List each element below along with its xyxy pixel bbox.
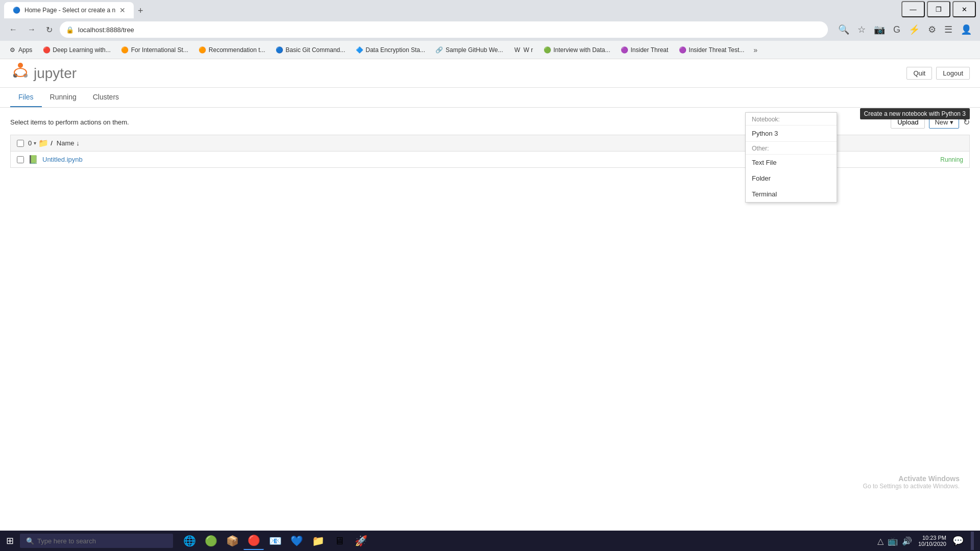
svg-point-0 [18, 63, 23, 68]
svg-point-3 [14, 68, 27, 77]
tab-bar: 🔵 Home Page - Select or create a n ✕ + [4, 0, 148, 18]
python3-option[interactable]: Python 3 [746, 126, 837, 141]
taskbar-store[interactable]: 📦 [222, 532, 242, 550]
more-bookmarks-button[interactable]: » [750, 44, 761, 56]
taskbar-chrome[interactable]: 🔴 [243, 532, 264, 550]
minimize-button[interactable]: — [901, 1, 925, 17]
bookmark-insider[interactable]: 🟣 Insider Threat [617, 44, 673, 56]
taskbar-clock[interactable]: 10:23 PM 10/10/2020 [918, 535, 946, 547]
header-buttons: Quit Logout [906, 67, 970, 80]
bookmark-insider-label: Insider Threat [631, 46, 669, 54]
clock-date: 10/10/2020 [918, 541, 946, 547]
recommendation-favicon: 🟠 [199, 46, 207, 54]
notification-button[interactable]: 💬 [952, 535, 964, 546]
breadcrumb: 0 ▾ 📁 / [28, 138, 53, 148]
bookmarks-bar: ⚙ Apps 🔴 Deep Learning with... 🟠 For Int… [0, 41, 980, 59]
maximize-button[interactable]: ❐ [927, 1, 950, 17]
tray-chevron[interactable]: △ [877, 536, 884, 546]
lock-icon: 🔒 [66, 26, 74, 34]
w-favicon: W [513, 46, 521, 54]
profile-icon[interactable]: 👤 [959, 22, 974, 37]
terminal-option[interactable]: Terminal [746, 186, 837, 202]
international-favicon: 🟠 [121, 46, 129, 54]
deeplearning-favicon: 🔴 [42, 46, 51, 54]
current-path: / [51, 139, 53, 147]
window-controls: — ❐ ✕ [901, 1, 976, 17]
bookmark-apps-label: Apps [18, 46, 32, 54]
bookmark-interview[interactable]: 🟢 Interview with Data... [539, 44, 614, 56]
jupyter-content: jupyter Quit Logout Files Running Cluste… [0, 59, 980, 531]
bookmark-recommendation[interactable]: 🟠 Recommendation t... [194, 44, 270, 56]
jupyter-header: jupyter Quit Logout [0, 59, 980, 88]
search-input[interactable] [37, 537, 167, 545]
bookmark-github[interactable]: 🔗 Sample GitHub We... [431, 44, 507, 56]
bookmark-apps[interactable]: ⚙ Apps [4, 44, 36, 56]
bookmark-deeplearning[interactable]: 🔴 Deep Learning with... [38, 44, 114, 56]
screenshot-icon[interactable]: 📷 [872, 22, 887, 37]
start-button[interactable]: ⊞ [2, 533, 18, 548]
title-bar: 🔵 Home Page - Select or create a n ✕ + —… [0, 0, 980, 18]
taskbar-files[interactable]: 📁 [308, 532, 328, 550]
folder-icon: 📁 [38, 138, 48, 148]
other-section-label: Other: [746, 141, 837, 155]
back-button[interactable]: ← [6, 23, 20, 36]
tab-favicon: 🔵 [12, 6, 20, 14]
interview-favicon: 🟢 [543, 46, 551, 54]
refresh-button[interactable]: ↻ [43, 23, 56, 37]
taskbar-terminal[interactable]: 🖥 [329, 532, 350, 550]
bookmark-insider-test[interactable]: 🟣 Insider Threat Test... [674, 44, 748, 56]
search-icon[interactable]: 🔍 [836, 22, 851, 37]
tray-display[interactable]: 📺 [888, 536, 898, 546]
bookmark-w[interactable]: W W r [509, 44, 537, 56]
file-link-untitled[interactable]: Untitled.ipynb [42, 156, 83, 163]
tab-files[interactable]: Files [10, 88, 42, 107]
file-checkbox-untitled[interactable] [17, 156, 24, 163]
logout-button[interactable]: Logout [936, 67, 970, 80]
tab-close-button[interactable]: ✕ [119, 6, 126, 14]
tab-clusters[interactable]: Clusters [85, 88, 127, 107]
menu-icon[interactable]: ☰ [942, 22, 954, 37]
system-tray: △ 📺 🔊 [877, 536, 912, 546]
folder-option[interactable]: Folder [746, 170, 837, 186]
address-bar: ← → ↻ 🔒 localhost:8888/tree 🔍 ☆ 📷 G ⚡ ⚙ … [0, 18, 980, 41]
star-icon[interactable]: ☆ [855, 22, 868, 37]
taskbar-edge[interactable]: 🌐 [179, 532, 200, 550]
bookmark-encryption[interactable]: 🔷 Data Encryption Sta... [351, 44, 429, 56]
text-file-option[interactable]: Text File [746, 155, 837, 170]
file-row-actions: Running [940, 156, 963, 163]
bookmark-interview-label: Interview with Data... [553, 46, 610, 54]
file-status: Running [940, 156, 963, 163]
settings-icon[interactable]: ⚙ [926, 22, 938, 37]
clock-time: 10:23 PM [918, 535, 946, 541]
forward-button[interactable]: → [24, 23, 39, 36]
checked-count: 0 [28, 139, 32, 147]
encryption-favicon: 🔷 [355, 46, 363, 54]
bookmark-git-label: Basic Git Command... [286, 46, 346, 54]
taskbar-vscode[interactable]: 💙 [286, 532, 307, 550]
select-all-checkbox[interactable] [17, 140, 24, 147]
url-bar[interactable]: 🔒 localhost:8888/tree [60, 21, 828, 38]
bookmark-international-label: For International St... [131, 46, 188, 54]
grammarly-icon[interactable]: G [891, 22, 902, 37]
show-desktop-button[interactable] [971, 532, 974, 550]
tab-running[interactable]: Running [42, 88, 85, 107]
notebook-section-label: Notebook: [746, 113, 837, 126]
search-box[interactable]: 🔍 [20, 534, 173, 548]
bookmark-git[interactable]: 🔵 Basic Git Command... [272, 44, 350, 56]
taskbar-launcher[interactable]: 🚀 [351, 532, 371, 550]
taskbar-edge-green[interactable]: 🟢 [201, 532, 221, 550]
bookmark-international[interactable]: 🟠 For International St... [117, 44, 192, 56]
quit-button[interactable]: Quit [906, 67, 932, 80]
bookmark-insider-test-label: Insider Threat Test... [689, 46, 744, 54]
tray-volume[interactable]: 🔊 [902, 536, 912, 546]
count-dropdown-icon[interactable]: ▾ [34, 140, 36, 146]
address-icons: 🔍 ☆ 📷 G ⚡ ⚙ ☰ 👤 [836, 22, 974, 37]
close-button[interactable]: ✕ [952, 1, 976, 17]
taskbar-mail[interactable]: 📧 [265, 532, 285, 550]
extension-icon[interactable]: ⚡ [906, 22, 922, 37]
new-tab-button[interactable]: + [134, 4, 148, 18]
tab-title: Home Page - Select or create a n [24, 7, 115, 14]
apps-favicon: ⚙ [8, 46, 16, 54]
active-tab[interactable]: 🔵 Home Page - Select or create a n ✕ [4, 2, 134, 18]
bookmark-recommendation-label: Recommendation t... [209, 46, 265, 54]
